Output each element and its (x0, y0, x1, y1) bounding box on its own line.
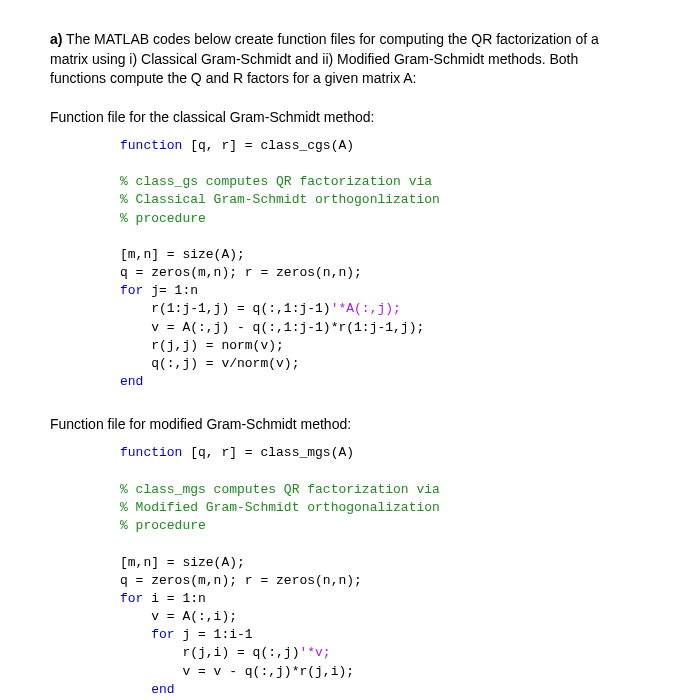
code-line: v = A(:,i); (120, 609, 237, 624)
code-line: j= 1:n (143, 283, 198, 298)
question-intro: a) The MATLAB codes below create functio… (50, 30, 637, 89)
question-letter: a) (50, 31, 62, 47)
comment-line: % class_gs computes QR factorization via (120, 174, 432, 189)
kw-function: function (120, 445, 182, 460)
code-line: r(1:j-1,j) = q(:,1:j-1) (120, 301, 331, 316)
code-line: r(j,i) = q(:,j) (120, 645, 299, 660)
code-line: q = zeros(m,n); r = zeros(n,n); (120, 573, 362, 588)
code-line: v = A(:,j) - q(:,1:j-1)*r(1:j-1,j); (120, 320, 424, 335)
kw-for: for (120, 627, 175, 642)
code-block-mgs: function [q, r] = class_mgs(A) % class_m… (120, 444, 637, 700)
code-line: v = v - q(:,j)*r(j,i); (120, 664, 354, 679)
comment-line: % procedure (120, 518, 206, 533)
comment-line: % class_mgs computes QR factorization vi… (120, 482, 440, 497)
code-line: [m,n] = size(A); (120, 247, 245, 262)
code-line: [m,n] = size(A); (120, 555, 245, 570)
code-string: '*v; (299, 645, 330, 660)
code-line: j = 1:i-1 (175, 627, 253, 642)
code-block-cgs: function [q, r] = class_cgs(A) % class_g… (120, 137, 637, 392)
code-line: q(:,j) = v/norm(v); (120, 356, 299, 371)
section1-heading: Function file for the classical Gram-Sch… (50, 109, 637, 125)
code-line: [q, r] = class_mgs(A) (182, 445, 354, 460)
section2-heading: Function file for modified Gram-Schmidt … (50, 416, 637, 432)
kw-function: function (120, 138, 182, 153)
question-text: The MATLAB codes below create function f… (50, 31, 599, 86)
comment-line: % Modified Gram-Schmidt orthogonalizatio… (120, 500, 440, 515)
code-line: i = 1:n (143, 591, 205, 606)
kw-end: end (120, 374, 143, 389)
code-line: r(j,j) = norm(v); (120, 338, 284, 353)
code-line: q = zeros(m,n); r = zeros(n,n); (120, 265, 362, 280)
kw-for: for (120, 591, 143, 606)
code-string: '*A(:,j); (331, 301, 401, 316)
kw-end: end (120, 682, 175, 697)
comment-line: % Classical Gram-Schmidt orthogonlizatio… (120, 192, 440, 207)
comment-line: % procedure (120, 211, 206, 226)
kw-for: for (120, 283, 143, 298)
code-line: [q, r] = class_cgs(A) (182, 138, 354, 153)
